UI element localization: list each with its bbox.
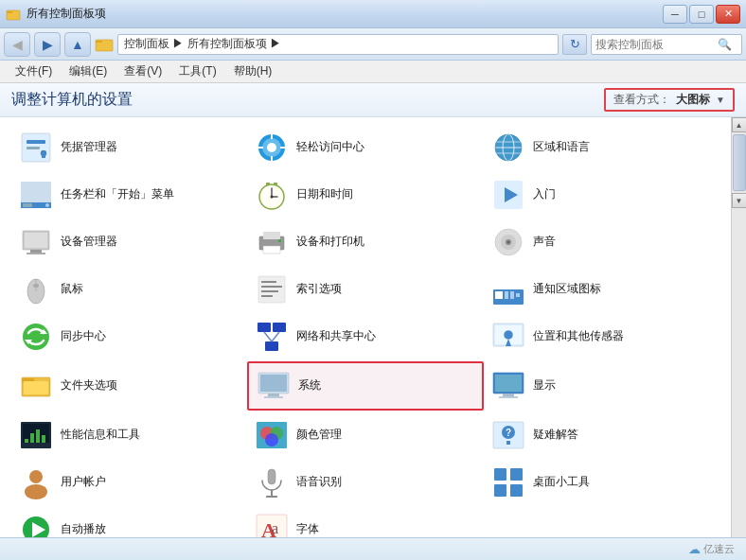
control-item-region-lang[interactable]: 区域和语言 [484,125,719,170]
speech-icon [255,465,289,499]
control-item-fonts[interactable]: Aa字体 [247,507,483,537]
menu-tools[interactable]: 工具(T) [171,61,223,81]
search-button[interactable]: 🔍 [715,35,734,54]
svg-rect-85 [25,439,28,443]
search-box: 🔍 [591,34,742,55]
scroll-up-button[interactable]: ▲ [732,117,747,132]
control-item-speech[interactable]: 语音识别 [247,460,483,505]
indexopts-label: 索引选项 [296,282,342,297]
view-control[interactable]: 查看方式： 大图标 ▼ [604,88,735,112]
control-item-network[interactable]: 网络和共享中心 [247,314,483,359]
close-button[interactable]: ✕ [716,5,740,24]
datetime-icon [255,178,289,212]
main-area: 凭据管理器轻松访问中心区域和语言任务栏和「开始」菜单日期和时间入门设备管理器设备… [0,117,746,537]
svg-rect-31 [266,183,270,185]
getstarted-label: 入门 [533,187,556,202]
back-button[interactable]: ◀ [4,32,30,57]
svg-point-92 [265,433,278,446]
minimize-button[interactable]: ─ [663,5,687,24]
svg-rect-3 [96,41,102,43]
control-item-ease-access[interactable]: 轻松访问中心 [247,125,483,170]
fonts-label: 字体 [296,522,319,537]
view-dropdown-icon[interactable]: ▼ [716,95,725,105]
fonts-icon: Aa [255,513,289,537]
control-item-system[interactable]: 系统 [247,361,483,411]
refresh-icon: ↻ [570,37,580,51]
control-item-useracct[interactable]: 用户帐户 [11,460,247,505]
forward-icon: ▶ [43,37,53,52]
refresh-button[interactable]: ↻ [562,34,587,55]
network-icon [255,320,289,354]
svg-rect-22 [21,182,51,204]
svg-rect-59 [516,293,520,297]
control-item-getstarted[interactable]: 入门 [484,172,719,218]
svg-point-25 [45,203,49,207]
window-icon [6,7,21,22]
address-path[interactable]: 控制面板 ▶ 所有控制面板项 ▶ [117,34,559,55]
control-item-devmgr[interactable]: 设备管理器 [11,219,247,265]
svg-rect-37 [30,250,42,253]
control-item-devprinter[interactable]: 设备和打印机 [247,219,483,265]
svg-rect-57 [505,291,508,299]
svg-rect-74 [24,381,48,394]
view-label: 查看方式： [613,92,670,108]
control-item-notifyicons[interactable]: 通知区域图标 [484,267,719,312]
svg-rect-99 [268,469,275,484]
svg-rect-12 [271,134,273,139]
control-item-taskbar[interactable]: 任务栏和「开始」菜单 [11,172,247,218]
svg-point-30 [271,196,274,199]
network-label: 网络和共享中心 [296,329,376,344]
view-value: 大图标 [676,92,710,108]
svg-rect-54 [261,295,273,297]
control-item-indexopts[interactable]: 索引选项 [247,267,483,312]
forward-button[interactable]: ▶ [34,32,61,57]
svg-rect-86 [30,433,34,443]
svg-rect-36 [25,233,47,248]
control-item-syncctr[interactable]: 同步中心 [11,314,247,359]
speech-label: 语音识别 [296,475,342,490]
control-item-troubleshoot[interactable]: ?疑难解答 [484,412,719,458]
svg-rect-88 [42,435,45,443]
control-item-colormgr[interactable]: 颜色管理 [247,412,483,458]
svg-rect-5 [27,140,45,144]
page-title: 调整计算机的设置 [11,90,133,110]
menu-file[interactable]: 文件(F) [8,61,60,81]
menu-help[interactable]: 帮助(H) [226,61,280,81]
menu-edit[interactable]: 编辑(E) [62,61,115,81]
display-icon [491,369,525,403]
menu-view[interactable]: 查看(V) [116,61,169,81]
svg-rect-81 [503,394,514,396]
control-item-mouse[interactable]: 鼠标 [11,267,247,312]
control-item-sound[interactable]: 声音 [484,219,719,265]
ease-access-icon [255,131,289,165]
control-item-folder[interactable]: 文件夹选项 [11,361,247,411]
up-button[interactable]: ▲ [64,32,91,57]
system-label: 系统 [298,378,321,394]
svg-rect-15 [280,147,285,149]
perfinfo-icon [19,418,53,452]
control-item-credentials[interactable]: 凭据管理器 [11,125,247,170]
scrollbar-thumb[interactable] [733,134,746,191]
scroll-down-button[interactable]: ▼ [732,193,747,208]
svg-rect-58 [510,291,514,299]
control-item-autoplay[interactable]: 自动播放 [11,507,247,537]
svg-point-11 [267,143,276,152]
control-item-display[interactable]: 显示 [484,361,719,411]
svg-rect-82 [499,396,518,398]
control-item-perfinfo[interactable]: 性能信息和工具 [11,412,247,458]
maximize-button[interactable]: □ [689,5,714,24]
up-icon: ▲ [71,37,84,52]
control-item-location[interactable]: 位置和其他传感器 [484,314,719,359]
controls-grid: 凭据管理器轻松访问中心区域和语言任务栏和「开始」菜单日期和时间入门设备管理器设备… [11,125,719,537]
control-item-datetime[interactable]: 日期和时间 [247,172,483,218]
mouse-icon [19,272,53,306]
svg-rect-52 [261,286,282,288]
search-input[interactable] [592,38,715,51]
mouse-label: 鼠标 [61,282,83,297]
path-text: 控制面板 ▶ 所有控制面板项 ▶ [124,36,281,52]
title-bar-controls: ─ □ ✕ [663,5,740,24]
control-item-gadgets[interactable]: 桌面小工具 [484,460,719,505]
svg-rect-13 [271,156,273,161]
devprinter-icon [255,225,289,259]
svg-rect-53 [261,290,278,292]
